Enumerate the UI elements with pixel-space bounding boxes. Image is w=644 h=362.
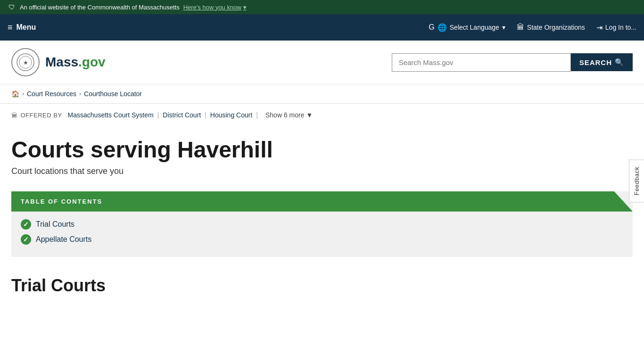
logo-text: Mass.gov (45, 55, 106, 70)
toc-link-appellate-courts[interactable]: Appellate Courts (36, 235, 91, 244)
chevron-down-icon: ▾ (502, 24, 505, 31)
breadcrumb-court-resources[interactable]: Court Resources (27, 90, 76, 98)
globe-icon: 🌐 (438, 23, 447, 32)
search-button[interactable]: SEARCH 🔍 (571, 53, 633, 71)
offered-by-org-1[interactable]: District Court (163, 111, 201, 119)
toc-header: TABLE OF CONTENTS (11, 191, 633, 212)
state-organizations-link[interactable]: 🏛 State Organizations (517, 23, 585, 32)
nav-right: G 🌐 Select Language ▾ 🏛 State Organizati… (429, 23, 636, 32)
toc-check-icon-1: ✓ (21, 234, 31, 245)
svg-text:★: ★ (23, 59, 28, 66)
how-you-know-label: Here's how you know (183, 4, 241, 11)
separator-2: | (205, 111, 206, 119)
chevron-down-icon: ▼ (306, 111, 313, 119)
trial-courts-heading: Trial Courts (11, 276, 633, 296)
login-icon: ⇥ (596, 23, 603, 32)
separator-3: | (256, 111, 258, 119)
logo-seal: ★ (11, 48, 40, 76)
breadcrumb: 🏠 › Court Resources › Courthouse Locator (0, 84, 644, 104)
building-icon: 🏛 (517, 23, 524, 32)
search-input[interactable] (392, 53, 571, 72)
offered-by-org-2[interactable]: Housing Court (210, 111, 253, 119)
site-header: ★ Mass.gov SEARCH 🔍 (0, 41, 644, 84)
menu-button[interactable]: ≡ Menu (8, 19, 36, 36)
building-small-icon: 🏛 (11, 112, 18, 119)
toc-item-0: ✓ Trial Courts (21, 219, 623, 230)
search-button-label: SEARCH (579, 58, 612, 66)
menu-label: Menu (17, 23, 36, 32)
toc-item-1: ✓ Appellate Courts (21, 234, 623, 245)
home-link[interactable]: 🏠 (11, 90, 19, 98)
breadcrumb-chevron-1: › (22, 90, 24, 97)
offered-by-section: 🏛 OFFERED BY Massachusetts Court System … (0, 104, 644, 126)
breadcrumb-chevron-2: › (79, 90, 81, 97)
feedback-label: Feedback (629, 160, 644, 202)
feedback-tab[interactable]: Feedback (629, 159, 644, 202)
show-more-button[interactable]: Show 6 more ▼ (265, 111, 313, 119)
logo[interactable]: ★ Mass.gov (11, 48, 106, 76)
offered-by-org-0[interactable]: Massachusetts Court System (68, 111, 154, 119)
top-banner: 🛡 An official website of the Commonwealt… (0, 0, 644, 14)
breadcrumb-courthouse-locator: Courthouse Locator (84, 90, 142, 98)
banner-text: An official website of the Commonwealth … (20, 4, 180, 11)
shield-icon: 🛡 (8, 3, 16, 11)
translate-button[interactable]: G 🌐 Select Language ▾ (429, 23, 505, 32)
search-icon: 🔍 (615, 58, 624, 66)
chevron-down-icon: ▾ (243, 4, 247, 11)
state-orgs-label: State Organizations (527, 24, 585, 31)
table-of-contents: TABLE OF CONTENTS ✓ Trial Courts ✓ Appel… (11, 191, 633, 257)
nav-left: ≡ Menu (8, 19, 36, 36)
select-language-label: Select Language (450, 24, 499, 31)
seal-svg: ★ (16, 53, 35, 72)
main-content: Courts serving Haverhill Court locations… (0, 138, 644, 314)
nav-bar: ≡ Menu G 🌐 Select Language ▾ 🏛 State Org… (0, 14, 644, 41)
separator-1: | (157, 111, 159, 119)
search-area: SEARCH 🔍 (392, 53, 633, 72)
home-icon: 🏠 (11, 90, 19, 98)
google-translate-icon: G (429, 23, 434, 32)
page-title: Courts serving Haverhill (11, 138, 633, 163)
offered-by-label: 🏛 OFFERED BY (11, 112, 62, 119)
toc-body: ✓ Trial Courts ✓ Appellate Courts (11, 212, 633, 257)
login-link[interactable]: ⇥ Log In to... (596, 23, 636, 32)
page-subtitle: Court locations that serve you (11, 166, 633, 176)
login-label: Log In to... (605, 24, 636, 31)
hamburger-icon: ≡ (8, 23, 13, 33)
how-you-know-link[interactable]: Here's how you know ▾ (183, 4, 247, 11)
show-more-label: Show 6 more (265, 111, 304, 119)
toc-link-trial-courts[interactable]: Trial Courts (36, 220, 74, 229)
toc-check-icon-0: ✓ (21, 219, 31, 230)
